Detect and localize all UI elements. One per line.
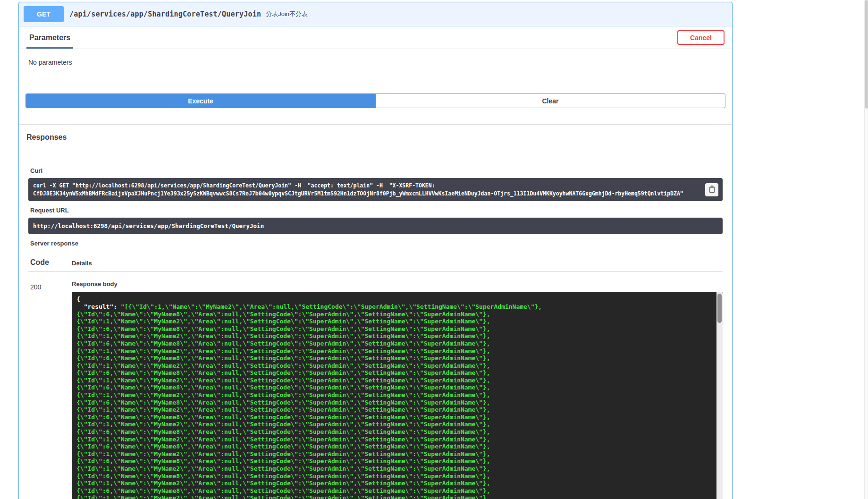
no-parameters-text: No parameters (19, 49, 732, 85)
request-url-block: http://localhost:6298/api/services/app/S… (28, 218, 723, 234)
response-scrollbar[interactable] (716, 292, 723, 499)
copy-to-clipboard-button[interactable] (705, 183, 718, 196)
responses-title: Responses (19, 125, 732, 150)
curl-label: Curl (30, 167, 721, 174)
spacer (19, 108, 732, 124)
curl-command: curl -X GET "http://localhost:6298/api/s… (33, 182, 718, 197)
response-scrollbar-thumb[interactable] (717, 294, 722, 323)
method-badge: GET (24, 6, 64, 22)
response-table-header: Code Details (28, 251, 723, 272)
execute-wrapper: Execute Clear (25, 93, 725, 108)
responses-inner: Curl curl -X GET "http://localhost:6298/… (19, 150, 732, 499)
tab-parameters[interactable]: Parameters (26, 26, 73, 49)
curl-command-line2: CfDJ8E3K34ynW5xMhBMdFRcBaijxVpaXJHuPncj1… (33, 190, 683, 197)
response-body-block: { "result": "[{\"Id\":1,\"Name\":\"MyNam… (72, 292, 723, 499)
curl-command-block: curl -X GET "http://localhost:6298/api/s… (28, 178, 723, 201)
request-url-label: Request URL (30, 207, 721, 214)
details-column-header: Details (72, 258, 723, 267)
execute-button[interactable]: Execute (25, 93, 376, 108)
server-response-label: Server response (30, 240, 721, 247)
curl-command-line1: curl -X GET "http://localhost:6298/api/s… (33, 182, 435, 189)
response-body-label: Response body (72, 280, 723, 288)
cancel-button[interactable]: Cancel (677, 30, 725, 45)
request-url: http://localhost:6298/api/services/app/S… (33, 222, 718, 229)
page-scrollbar[interactable] (864, 0, 868, 499)
clear-button[interactable]: Clear (376, 93, 725, 108)
response-body-code: { "result": "[{\"Id\":1,\"Name\":\"MyNam… (72, 292, 723, 499)
operation-header[interactable]: GET /api/services/app/ShardingCoreTest/Q… (19, 2, 732, 26)
page-scrollbar-thumb[interactable] (865, 0, 868, 109)
response-details: Response body { "result": "[{\"Id\":1,\"… (72, 280, 723, 499)
clipboard-icon (708, 186, 716, 194)
responses-section: Responses Curl curl -X GET "http://local… (19, 124, 732, 499)
parameters-tab-label: Parameters (29, 34, 70, 42)
operation-path: /api/services/app/ShardingCoreTest/Query… (69, 10, 261, 18)
operation-description: 分表Join不分表 (266, 10, 308, 18)
response-row: 200 Response body { "result": "[{\"Id\":… (28, 272, 723, 499)
status-code: 200 (28, 280, 72, 499)
code-column-header: Code (28, 258, 72, 267)
parameters-tab-row: Parameters Cancel (19, 26, 732, 49)
opblock-get-queryjoin: GET /api/services/app/ShardingCoreTest/Q… (18, 2, 733, 499)
